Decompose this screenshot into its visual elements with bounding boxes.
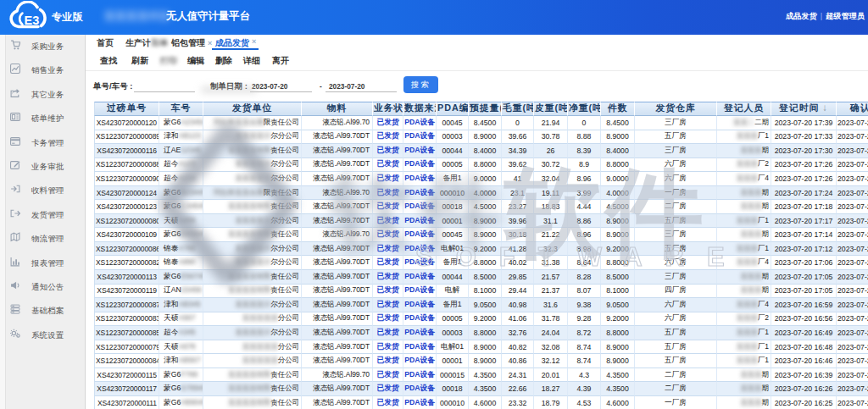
svg-text:E3: E3 (25, 14, 40, 27)
